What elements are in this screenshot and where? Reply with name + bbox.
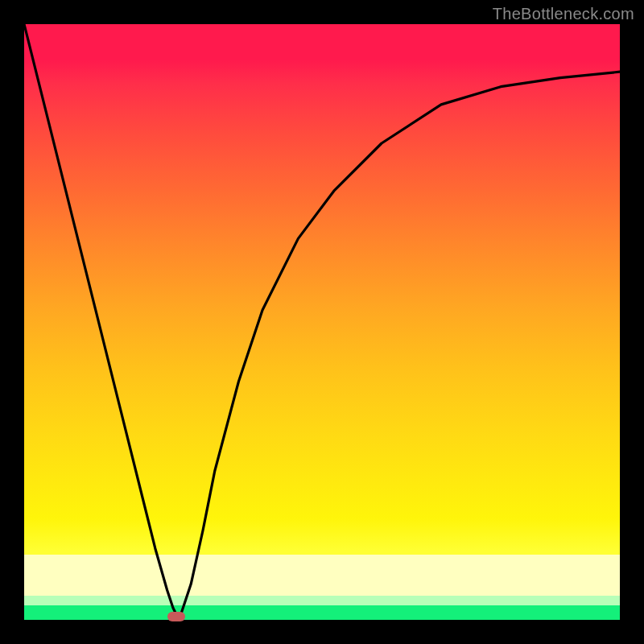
chart-frame: TheBottleneck.com — [0, 0, 644, 644]
plot-area — [24, 24, 620, 620]
curve-svg — [24, 24, 620, 620]
optimal-point-marker — [167, 612, 185, 621]
watermark-text: TheBottleneck.com — [493, 5, 634, 23]
bottleneck-curve-path — [24, 24, 620, 620]
